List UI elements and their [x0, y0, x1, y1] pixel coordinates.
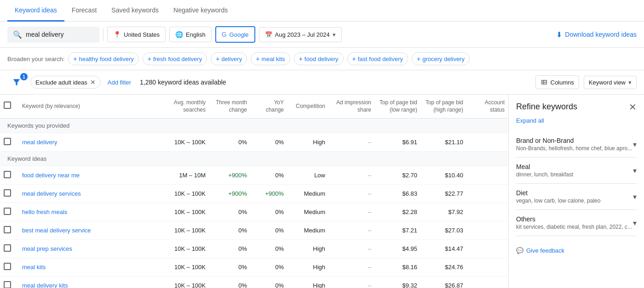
keyword-count: 1,280 keyword ideas available — [140, 79, 226, 86]
top-navigation: Keyword ideas Forecast Saved keywords Ne… — [0, 0, 644, 22]
row-checkbox[interactable] — [4, 226, 11, 233]
broaden-search-bar: Broaden your search: + healthy food deli… — [0, 48, 644, 70]
cell-top-low: $2.70 — [375, 166, 421, 185]
cell-yoy: 0% — [251, 258, 288, 277]
main-layout: Keyword (by relevance) Avg. monthly sear… — [0, 95, 644, 288]
refine-section-header[interactable]: Others kit services, diabetic meal, fres… — [516, 215, 637, 230]
search-box[interactable]: 🔍 — [7, 27, 99, 43]
panel-close-icon[interactable]: ✕ — [629, 102, 637, 112]
cell-account — [467, 133, 508, 152]
download-button[interactable]: ⬇ Download keyword ideas — [556, 30, 637, 39]
date-range-label: Aug 2023 – Jul 2024 — [275, 31, 330, 38]
keyword-link[interactable]: food delivery near me — [22, 172, 155, 179]
col-header-impression[interactable]: Ad impression share — [329, 95, 375, 119]
refine-section-title: Meal — [516, 163, 573, 170]
col-header-three-month[interactable]: Three month change — [209, 95, 251, 119]
location-selector[interactable]: 📍 United States — [107, 27, 166, 42]
refine-section-title: Diet — [516, 189, 600, 197]
cell-account — [467, 166, 508, 185]
tab-keyword-ideas[interactable]: Keyword ideas — [7, 0, 64, 22]
refine-section-title: Brand or Non-Brand — [516, 137, 632, 144]
toolbar: 🔍 📍 United States 🌐 English G Google 📅 A… — [0, 22, 644, 48]
add-filter-button[interactable]: Add filter — [105, 77, 133, 88]
filter-icon-button[interactable]: 1 — [7, 75, 26, 90]
refine-section-subtitle: dinner, lunch, breakfast — [516, 171, 573, 178]
columns-button[interactable]: Columns — [535, 75, 579, 89]
broaden-chip-delivery[interactable]: + delivery — [211, 52, 247, 65]
col-header-keyword[interactable]: Keyword (by relevance) — [18, 95, 159, 119]
filter-count-badge: 1 — [20, 73, 28, 80]
col-header-checkbox — [0, 95, 18, 119]
row-checkbox[interactable] — [4, 189, 11, 197]
cell-impression: – — [329, 221, 375, 240]
col-header-top-high[interactable]: Top of page bid (high range) — [421, 95, 467, 119]
comment-icon: 💬 — [516, 247, 523, 254]
cell-impression: – — [329, 277, 375, 288]
col-header-avg[interactable]: Avg. monthly searches — [159, 95, 209, 119]
col-header-yoy[interactable]: YoY change — [251, 95, 288, 119]
chip-label: healthy food delivery — [79, 56, 133, 62]
date-range-selector[interactable]: 📅 Aug 2023 – Jul 2024 ▾ — [259, 27, 342, 42]
row-checkbox[interactable] — [4, 263, 11, 270]
filter-chip-close-icon[interactable]: ✕ — [90, 79, 96, 86]
cell-account — [467, 258, 508, 277]
language-selector[interactable]: 🌐 English — [169, 27, 212, 42]
chip-label: food delivery — [305, 56, 339, 62]
row-checkbox[interactable] — [4, 244, 11, 252]
panel-title: Refine keywords — [516, 102, 577, 112]
tab-negative-keywords[interactable]: Negative keywords — [166, 0, 235, 22]
cell-account — [467, 185, 508, 203]
refine-section-header[interactable]: Brand or Non-Brand Non-Brands, hellofres… — [516, 137, 637, 152]
plus-icon: + — [216, 55, 219, 62]
cell-avg: 1M – 10M — [159, 166, 209, 185]
location-label: United States — [124, 31, 160, 38]
col-header-top-low[interactable]: Top of page bid (low range) — [375, 95, 421, 119]
chevron-down-icon: ▾ — [633, 192, 637, 201]
cell-top-high: $24.76 — [421, 258, 467, 277]
cell-competition: Medium — [288, 185, 329, 203]
row-checkbox[interactable] — [4, 281, 11, 288]
col-header-account[interactable]: Account status — [467, 95, 508, 119]
cell-competition: High — [288, 277, 329, 288]
cell-account — [467, 221, 508, 240]
broaden-chip-grocery-delivery[interactable]: + grocery delivery — [412, 52, 470, 65]
tab-forecast[interactable]: Forecast — [64, 0, 104, 22]
keyword-link[interactable]: meal delivery kits — [22, 282, 155, 288]
broaden-chip-healthy-food-delivery[interactable]: + healthy food delivery — [68, 52, 138, 65]
row-checkbox[interactable] — [4, 171, 11, 178]
refine-section-title: Others — [516, 215, 632, 223]
keyword-view-button[interactable]: Keyword view ▾ — [584, 76, 637, 89]
refine-section-1: Meal dinner, lunch, breakfast ▾ — [516, 158, 637, 184]
broaden-chip-meal-kits[interactable]: + meal kits — [251, 52, 290, 65]
broaden-chip-food-delivery[interactable]: + food delivery — [294, 52, 344, 65]
select-all-checkbox[interactable] — [4, 102, 11, 109]
refine-section-3: Others kit services, diabetic meal, fres… — [516, 210, 637, 236]
expand-all-link[interactable]: Expand all — [516, 117, 637, 124]
filter-bar: 1 Exclude adult ideas ✕ Add filter 1,280… — [0, 70, 644, 95]
table-area: Keyword (by relevance) Avg. monthly sear… — [0, 95, 508, 288]
col-header-competition[interactable]: Competition — [288, 95, 329, 119]
feedback-button[interactable]: 💬 Give feedback — [516, 243, 637, 258]
keyword-link[interactable]: meal delivery — [22, 139, 155, 146]
keyword-link[interactable]: best meal delivery service — [22, 227, 155, 234]
row-checkbox[interactable] — [4, 138, 11, 145]
chip-label: fresh food delivery — [153, 56, 202, 62]
chip-label: delivery — [221, 56, 242, 62]
search-icon: 🔍 — [13, 30, 22, 39]
row-checkbox[interactable] — [4, 208, 11, 215]
feedback-label: Give feedback — [526, 247, 564, 254]
keyword-link[interactable]: meal delivery services — [22, 190, 155, 197]
broaden-chip-fresh-food-delivery[interactable]: + fresh food delivery — [143, 52, 207, 65]
keyword-link[interactable]: meal kits — [22, 264, 155, 271]
refine-section-header[interactable]: Diet vegan, low carb, low calorie, paleo… — [516, 189, 637, 204]
refine-section-header[interactable]: Meal dinner, lunch, breakfast ▾ — [516, 163, 637, 178]
keyword-link[interactable]: hello fresh meals — [22, 209, 155, 215]
tab-saved-keywords[interactable]: Saved keywords — [104, 0, 166, 22]
platform-label: Google — [230, 31, 249, 38]
keyword-link[interactable]: meal prep services — [22, 245, 155, 252]
cell-competition: High — [288, 258, 329, 277]
cell-yoy: 0% — [251, 277, 288, 288]
broaden-chip-fast-food-delivery[interactable]: + fast food delivery — [347, 52, 408, 65]
search-input[interactable] — [26, 31, 90, 38]
platform-selector[interactable]: G Google — [215, 26, 255, 43]
